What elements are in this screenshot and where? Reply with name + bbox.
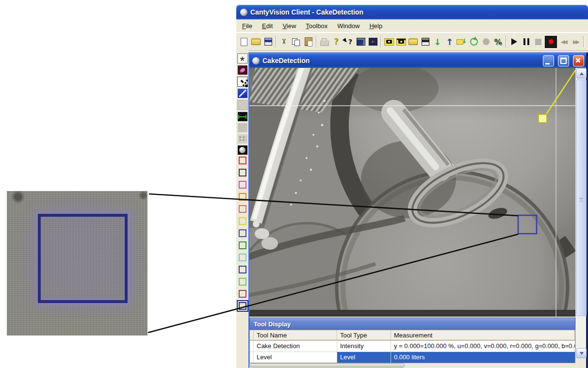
color-swatch-salmon[interactable]: [239, 205, 246, 213]
camera-icon[interactable]: [383, 36, 394, 48]
image-process-icon[interactable]: [367, 36, 378, 48]
menu-toolbox[interactable]: Toolbox: [301, 20, 332, 32]
color-swatch-green[interactable]: [239, 241, 246, 249]
rotate-icon[interactable]: [468, 36, 479, 48]
save-config-icon[interactable]: [420, 36, 431, 48]
menu-edit[interactable]: Edit: [257, 20, 278, 32]
table-row[interactable]: Cake Detection Intensity y = 0.000=100.0…: [250, 340, 575, 352]
horizontal-scrollbar-thumb[interactable]: [249, 363, 405, 368]
color-swatch-cyan[interactable]: [239, 254, 246, 261]
color-swatch-maroon[interactable]: [239, 290, 246, 298]
download-arrow-icon[interactable]: [432, 36, 443, 48]
stop-icon: [533, 36, 544, 48]
minimize-button[interactable]: [543, 55, 554, 66]
texture-icon: [237, 100, 248, 110]
scroll-up-button[interactable]: [576, 68, 587, 79]
inset-magnified-roi: [7, 191, 147, 336]
sphere-icon[interactable]: [238, 145, 247, 155]
tool-display-title: Tool Display: [254, 320, 291, 328]
maximize-button[interactable]: [558, 55, 569, 66]
level-tool-handle: [539, 114, 547, 123]
color-swatch-magenta[interactable]: [239, 181, 246, 189]
child-content: Tool Display Tool Name Tool Type Measure…: [249, 68, 586, 368]
close-button[interactable]: [573, 55, 584, 66]
camera-line-icon[interactable]: [395, 36, 407, 48]
menu-window[interactable]: Window: [332, 20, 364, 32]
toolbar-separator: [276, 36, 277, 48]
cut-icon[interactable]: [278, 36, 290, 48]
scroll-down-button[interactable]: [576, 348, 587, 358]
color-swatch-red[interactable]: [239, 157, 246, 164]
child-titlebar[interactable]: CakeDetection: [249, 53, 586, 68]
gray-circle-icon: [480, 36, 491, 48]
open-icon[interactable]: [250, 36, 261, 48]
camera-scene: [249, 68, 575, 317]
menu-view[interactable]: View: [278, 20, 301, 32]
copy-icon[interactable]: [291, 36, 302, 48]
app-titlebar[interactable]: CantyVision Client - CakeDetection: [236, 5, 588, 19]
color-swatch-orange[interactable]: [239, 193, 246, 201]
row-gutter: [250, 352, 254, 363]
cell-tool-name[interactable]: Cake Detection: [254, 341, 337, 352]
child-window-icon: [252, 57, 260, 64]
help-icon[interactable]: [331, 36, 342, 48]
table-row[interactable]: Level Level 0.000 liters: [250, 352, 575, 363]
col-tool-type[interactable]: Tool Type: [337, 330, 391, 340]
color-swatch-light-green[interactable]: [239, 278, 246, 286]
image-view-icon[interactable]: [355, 36, 366, 48]
rewind-icon: [558, 36, 569, 48]
fast-forward-icon: [570, 36, 581, 48]
scrollbar-thumb[interactable]: [576, 80, 587, 316]
tool-table: Tool Name Tool Type Measurement Cake Det…: [249, 330, 575, 363]
cell-tool-type[interactable]: Intensity: [337, 341, 391, 352]
cell-measurement[interactable]: y = 0.000=100.000 %, u=0.000, v=0.000, r…: [391, 341, 575, 352]
inset-roi-outline: [38, 214, 128, 303]
child-window-title: CakeDetection: [262, 57, 539, 64]
starburst-icon[interactable]: [237, 53, 248, 64]
pause-icon[interactable]: [521, 36, 532, 48]
percent-icon[interactable]: [492, 36, 504, 48]
camera-capture-icon[interactable]: [456, 36, 467, 48]
upload-arrow-icon[interactable]: [444, 36, 455, 48]
client-area: CakeDetection: [236, 50, 588, 368]
cell-tool-type[interactable]: Level: [337, 352, 391, 363]
new-icon[interactable]: [238, 36, 249, 48]
vertical-scrollbar[interactable]: [575, 68, 586, 359]
toolbar-separator: [316, 36, 317, 48]
pattern-icon: [238, 134, 247, 144]
record-icon[interactable]: [545, 36, 557, 48]
blank-icon: [238, 123, 247, 132]
ibeam-icon[interactable]: [238, 112, 247, 121]
gutter-header: [250, 330, 254, 340]
color-swatch-dark-navy[interactable]: [239, 266, 246, 273]
toolbar-separator: [506, 36, 506, 48]
main-toolbar: [236, 32, 588, 51]
play-icon[interactable]: [508, 36, 520, 48]
menu-help[interactable]: Help: [364, 20, 387, 32]
camera-view[interactable]: [249, 68, 575, 317]
cell-measurement[interactable]: 0.000 liters: [391, 352, 575, 363]
app-window: CantyVision Client - CakeDetection FileE…: [236, 5, 588, 368]
color-swatch-yellow[interactable]: [239, 217, 246, 225]
open-config-icon[interactable]: [408, 36, 419, 48]
paint-blob-icon[interactable]: [238, 65, 247, 75]
color-swatch-black[interactable]: [239, 169, 246, 176]
paste-icon[interactable]: [303, 36, 314, 48]
slider-icon[interactable]: [586, 36, 588, 48]
side-toolbar: [236, 50, 248, 368]
cell-tool-name[interactable]: Level: [254, 352, 337, 363]
toolbar-separator: [583, 36, 584, 48]
spots-icon[interactable]: [237, 77, 248, 87]
toolbar-separator: [380, 36, 381, 48]
save-icon[interactable]: [262, 36, 274, 48]
diagonal-line-icon[interactable]: [238, 89, 247, 98]
col-tool-name[interactable]: Tool Name: [254, 330, 337, 340]
col-measurement[interactable]: Measurement: [391, 330, 575, 340]
color-swatch-navy[interactable]: [239, 229, 246, 237]
row-gutter: [250, 341, 254, 352]
menu-file[interactable]: File: [237, 20, 257, 32]
color-swatch-navy-selected[interactable]: [239, 302, 246, 310]
context-help-icon[interactable]: [343, 36, 354, 48]
app-title: CantyVision Client - CakeDetection: [250, 8, 363, 16]
print-icon: [319, 36, 330, 48]
